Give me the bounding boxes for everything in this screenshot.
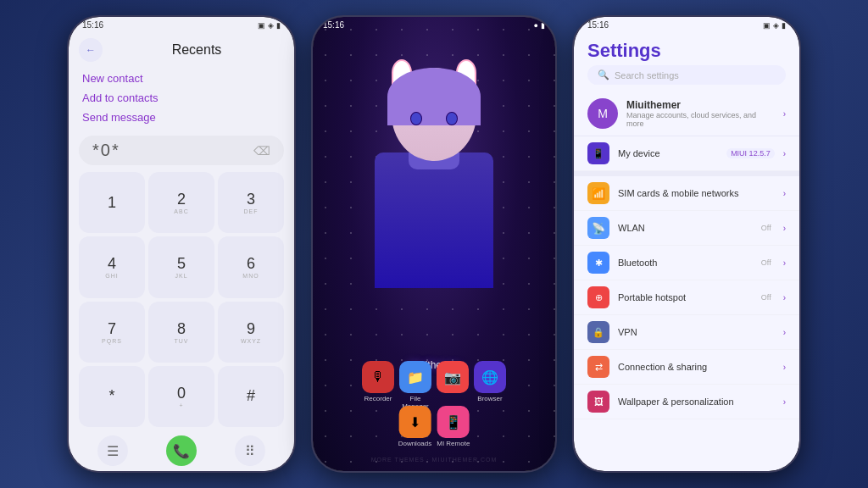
character-head bbox=[392, 68, 476, 161]
app-grid-row1: 🎙 Recorder 📁 File Manager 📷 🌐 Browser bbox=[362, 361, 506, 410]
status-bar-1: 15:16 ▣ ◈ ▮ bbox=[69, 17, 294, 33]
wlan-chevron-icon: › bbox=[783, 224, 786, 233]
settings-title: Settings bbox=[574, 33, 799, 65]
setting-sim[interactable]: 📶 SIM cards & mobile networks › bbox=[574, 176, 799, 211]
app-browser[interactable]: 🌐 Browser bbox=[474, 361, 506, 410]
sim-setting-icon: 📶 bbox=[587, 182, 609, 204]
search-icon: 🔍 bbox=[598, 69, 609, 80]
miui-version-badge: MIUI 12.5.7 bbox=[726, 148, 775, 158]
sim-setting-name: SIM cards & mobile networks bbox=[618, 188, 775, 198]
miremote-label: MI Remote bbox=[437, 440, 470, 447]
phone-dialer: 15:16 ▣ ◈ ▮ ← Recents New contact Add to… bbox=[67, 15, 296, 473]
setting-bluetooth[interactable]: ✱ Bluetooth Off › bbox=[574, 246, 799, 280]
bluetooth-setting-icon: ✱ bbox=[587, 252, 609, 274]
downloads-icon: ⬇ bbox=[398, 406, 431, 438]
wallpaper-setting-name: Wallpaper & personalization bbox=[618, 396, 775, 407]
setting-vpn[interactable]: 🔒 VPN › bbox=[574, 315, 799, 350]
profile-row[interactable]: M Miuithemer Manage accounts, cloud serv… bbox=[574, 92, 799, 136]
app-recorder[interactable]: 🎙 Recorder bbox=[362, 361, 394, 410]
setting-hotspot[interactable]: ⊕ Portable hotspot Off › bbox=[574, 280, 799, 315]
dialer-screen: 15:16 ▣ ◈ ▮ ← Recents New contact Add to… bbox=[69, 17, 294, 471]
settings-battery-icon: ▮ bbox=[782, 21, 786, 30]
camera-icon: 📷 bbox=[437, 361, 469, 393]
wlan-setting-name: WLAN bbox=[618, 223, 753, 233]
key-hash[interactable]: # bbox=[218, 366, 284, 427]
right-eye bbox=[446, 112, 458, 125]
dialer-display: *0* ⌫ bbox=[79, 136, 284, 165]
back-button[interactable]: ← bbox=[79, 38, 103, 62]
keypad: 1 2ABC 3DEF 4GHI 5JKL 6MNO 7PQRS 8TUV 9W… bbox=[69, 169, 294, 430]
profile-name: Miuithemer bbox=[626, 99, 775, 111]
homescreen-signal-icon: ● bbox=[534, 21, 538, 30]
wlan-setting-icon: 📡 bbox=[587, 217, 609, 239]
dialer-number: *0* bbox=[92, 141, 120, 160]
miremote-icon: 📱 bbox=[437, 406, 470, 438]
my-device-row[interactable]: 📱 My device MIUI 12.5.7 › bbox=[574, 136, 799, 171]
app-camera[interactable]: 📷 bbox=[437, 361, 469, 410]
menu-button[interactable]: ☰ bbox=[97, 435, 128, 466]
key-4[interactable]: 4GHI bbox=[79, 236, 145, 297]
key-7[interactable]: 7PQRS bbox=[79, 302, 145, 363]
key-9[interactable]: 9WXYZ bbox=[218, 302, 284, 363]
connection-chevron-icon: › bbox=[783, 363, 786, 372]
connection-setting-name: Connection & sharing bbox=[618, 362, 775, 372]
bluetooth-setting-name: Bluetooth bbox=[618, 258, 753, 268]
wallpaper-setting-icon: 🖼 bbox=[587, 391, 609, 413]
new-contact-option[interactable]: New contact bbox=[82, 70, 281, 86]
device-icon: 📱 bbox=[587, 142, 609, 164]
filemanager-icon: 📁 bbox=[399, 361, 431, 393]
hotspot-setting-name: Portable hotspot bbox=[618, 292, 753, 302]
delete-button[interactable]: ⌫ bbox=[253, 144, 270, 158]
hotspot-chevron-icon: › bbox=[783, 293, 786, 302]
key-star[interactable]: * bbox=[79, 366, 145, 427]
hotspot-value: Off bbox=[761, 293, 771, 302]
left-eye bbox=[410, 112, 422, 125]
app-filemanager[interactable]: 📁 File Manager bbox=[399, 361, 431, 410]
recorder-label: Recorder bbox=[364, 395, 392, 402]
battery-icon: ▮ bbox=[276, 21, 281, 30]
profile-avatar: M bbox=[587, 98, 618, 129]
setting-wlan[interactable]: 📡 WLAN Off › bbox=[574, 211, 799, 246]
anime-character-area bbox=[349, 42, 519, 297]
key-2[interactable]: 2ABC bbox=[148, 172, 214, 233]
bluetooth-chevron-icon: › bbox=[783, 258, 786, 268]
key-3[interactable]: 3DEF bbox=[218, 172, 284, 233]
key-0[interactable]: 0+ bbox=[148, 366, 214, 427]
phone-homescreen: 15:16 ● ▮ bbox=[311, 15, 557, 473]
app-downloads[interactable]: ⬇ Downloads bbox=[398, 406, 432, 447]
setting-connection[interactable]: ⇄ Connection & sharing › bbox=[574, 350, 799, 385]
downloads-label: Downloads bbox=[398, 440, 432, 447]
call-button[interactable]: 📞 bbox=[166, 435, 197, 466]
send-message-option[interactable]: Send message bbox=[82, 109, 281, 125]
vpn-setting-name: VPN bbox=[618, 327, 775, 337]
watermark: MORE THEMES · MIUITHEMER.COM bbox=[371, 457, 497, 463]
status-icons-1: ▣ ◈ ▮ bbox=[258, 21, 281, 30]
setting-wallpaper[interactable]: 🖼 Wallpaper & personalization › bbox=[574, 385, 799, 419]
profile-info: Miuithemer Manage accounts, cloud servic… bbox=[626, 99, 775, 128]
sim-icon: ▣ bbox=[258, 21, 265, 30]
recents-title: Recents bbox=[109, 42, 284, 58]
character-hair bbox=[387, 68, 481, 125]
character-body bbox=[375, 152, 493, 288]
app-grid-row2: ⬇ Downloads 📱 MI Remote bbox=[398, 406, 470, 447]
app-miremote[interactable]: 📱 MI Remote bbox=[437, 406, 470, 447]
wlan-value: Off bbox=[761, 224, 771, 232]
add-to-contacts-option[interactable]: Add to contacts bbox=[82, 90, 281, 106]
profile-sub: Manage accounts, cloud services, and mor… bbox=[626, 111, 775, 128]
key-1[interactable]: 1 bbox=[79, 172, 145, 233]
settings-screen: 15:16 ▣ ◈ ▮ Settings 🔍 Search settings M… bbox=[574, 17, 799, 471]
homescreen-screen: 15:16 ● ▮ bbox=[313, 17, 555, 471]
browser-label: Browser bbox=[477, 395, 502, 402]
search-bar[interactable]: 🔍 Search settings bbox=[587, 65, 786, 85]
device-chevron-icon: › bbox=[783, 149, 786, 158]
hotspot-setting-icon: ⊕ bbox=[587, 286, 609, 308]
bluetooth-value: Off bbox=[761, 258, 771, 267]
homescreen-status-icons: ● ▮ bbox=[534, 20, 545, 30]
sim-chevron-icon: › bbox=[783, 189, 786, 198]
key-6[interactable]: 6MNO bbox=[218, 236, 284, 297]
key-5[interactable]: 5JKL bbox=[148, 236, 214, 297]
homescreen-status-bar: 15:16 ● ▮ bbox=[313, 17, 555, 33]
key-8[interactable]: 8TUV bbox=[148, 302, 214, 363]
settings-signal-icon: ▣ bbox=[763, 21, 771, 30]
dialpad-button[interactable]: ⠿ bbox=[235, 435, 265, 466]
